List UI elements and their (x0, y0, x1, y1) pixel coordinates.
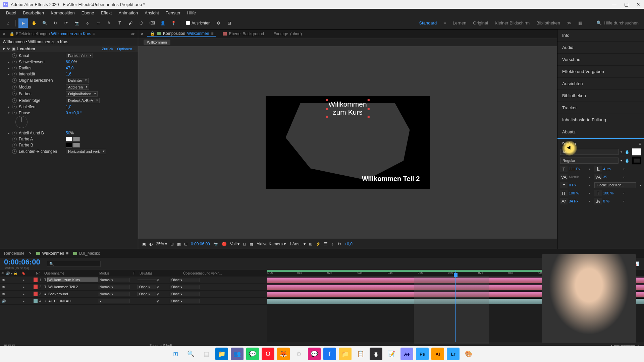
panel-ausrichten[interactable]: Ausrichten (557, 78, 644, 90)
fill-color-swatch[interactable] (632, 148, 641, 156)
taskbar-firefox-icon[interactable]: 🦊 (277, 348, 290, 360)
menu-fenster[interactable]: Fenster (162, 10, 184, 15)
footage-tab[interactable]: Footage (ohne) (271, 32, 305, 36)
hscale-value[interactable]: 100 % (603, 191, 622, 195)
taskbar-folder-icon[interactable]: 📁 (339, 348, 352, 360)
schleifen-value[interactable]: 1,0 (66, 105, 71, 109)
pen-tool[interactable]: ✎ (104, 18, 114, 28)
timeline-icon[interactable]: ☰ (324, 242, 328, 246)
guides-icon[interactable]: ⊡ (184, 242, 187, 246)
menu-komposition[interactable]: Komposition (47, 10, 78, 15)
font-style-dropdown[interactable]: Regular (560, 158, 619, 164)
anchor-tool[interactable]: ⊹ (83, 18, 92, 28)
effect-options[interactable]: Optionen... (117, 47, 135, 51)
tab-close-icon[interactable]: × (29, 251, 32, 256)
stroke-color-swatch[interactable] (632, 157, 641, 164)
taskbar-ps-icon[interactable]: Ps (416, 348, 429, 360)
proxy-icon[interactable]: ⊡ (225, 18, 234, 28)
taskbar-opera-icon[interactable]: O (262, 348, 274, 360)
panel-menu-icon[interactable]: ≡ (639, 141, 641, 146)
effect-visibility-icon[interactable]: ▣ (12, 47, 15, 51)
pixel-icon[interactable]: ⊞ (309, 242, 312, 246)
effect-header[interactable]: ▾ fx ▣ Leuchten Zurück Optionen... (0, 46, 138, 52)
hand-tool[interactable]: ✋ (29, 18, 39, 28)
panel-info[interactable]: Info (557, 29, 644, 42)
help-search[interactable]: 🔍 Hilfe durchsuchen (594, 19, 641, 27)
tsume-value[interactable]: 0 % (603, 199, 622, 203)
modus-dropdown[interactable]: Addieren (66, 84, 89, 90)
selection-tool[interactable]: ▶ (18, 18, 28, 28)
exposure-value[interactable]: +0,0 (344, 242, 353, 246)
workspace-original[interactable]: Original (473, 20, 488, 25)
stroke-eyedropper-icon[interactable]: 💧 (624, 158, 630, 164)
leading-value[interactable]: Auto (603, 167, 622, 171)
farben-dropdown[interactable]: Originalfarben (66, 91, 98, 97)
stroke-width-value[interactable]: 0 Px (569, 183, 588, 187)
zoom-tool[interactable]: 🔍 (40, 18, 49, 28)
view-dropdown[interactable]: 1 Ans... ▾ (289, 242, 306, 246)
twirl-icon[interactable]: ▾ (3, 47, 5, 51)
reihenfolge-dropdown[interactable]: Dreieck A>B>A (66, 98, 100, 103)
timeline-tab-mexiko[interactable]: DJI_Mexiko (73, 251, 100, 256)
stopwatch-icon[interactable] (12, 85, 17, 89)
layer-tab-background[interactable]: Ebene Background (220, 32, 267, 36)
phase-value[interactable]: 0 x+0,0 ° (66, 111, 82, 115)
taskbar-tasks-icon[interactable]: ▤ (200, 348, 213, 360)
rect-tool[interactable]: ▭ (94, 18, 103, 28)
res-icon[interactable]: ⊞ (170, 242, 174, 246)
effects-tab[interactable]: 🔒 Effekteinstellungen Willkommen zum Kur… (7, 32, 98, 36)
current-timecode[interactable]: 0:00:06:00 (4, 258, 40, 266)
grid-icon[interactable]: ▦ (177, 242, 181, 246)
panel-effekte[interactable]: Effekte und Vorgaben (557, 66, 644, 78)
schwellenwert-value[interactable]: 60,0% (66, 60, 77, 64)
taskbar-notepad-icon[interactable]: 📝 (385, 348, 398, 360)
timeline-search[interactable] (47, 261, 101, 267)
stopwatch-icon[interactable] (12, 53, 17, 58)
taskbar-search-icon[interactable]: 🔍 (184, 348, 197, 360)
menu-animation[interactable]: Animation (115, 10, 141, 15)
workspace-bibliotheken[interactable]: Bibliotheken (536, 20, 560, 25)
taskbar-messenger-icon[interactable]: 💬 (308, 348, 321, 360)
mask-icon[interactable]: ▣ (142, 242, 146, 246)
workspace-lernen[interactable]: Lernen (453, 20, 466, 25)
kerning-value[interactable]: Metrik (569, 175, 588, 179)
stopwatch-icon[interactable] (12, 92, 17, 96)
taskbar-explorer-icon[interactable]: 📁 (215, 348, 228, 360)
stamp-tool[interactable]: ⬡ (137, 18, 146, 28)
reset-exposure-icon[interactable]: ↻ (338, 242, 341, 246)
roi-icon[interactable]: ⊡ (243, 242, 246, 246)
taskbar-whatsapp-icon[interactable]: 💬 (246, 348, 259, 360)
rotate-tool[interactable]: ⟳ (61, 18, 71, 28)
workspace-menu-icon[interactable]: ▦ (578, 20, 582, 25)
eraser-tool[interactable]: ⌫ (147, 18, 157, 28)
panel-overflow-icon[interactable]: ≫ (131, 32, 135, 36)
taskbar-app3-icon[interactable]: 🎨 (462, 348, 475, 360)
snap-checkbox[interactable]: Ausrichten (186, 21, 211, 25)
taskbar-obs-icon[interactable]: ◉ (370, 348, 382, 360)
workspace-standard[interactable]: Standard (419, 20, 437, 25)
baseline-value[interactable]: 34 Px (569, 199, 588, 203)
taskbar-ae-icon[interactable]: Ae (400, 348, 413, 360)
comp-breadcrumb[interactable]: Willkommen (144, 40, 170, 45)
effect-reset[interactable]: Zurück (102, 47, 113, 51)
workspace-kleiner[interactable]: Kleiner Bildschirm (495, 20, 530, 25)
layer-row[interactable]: 👁 ▸ 3 ■ Background Normal ▾ Ohne ▾ ⊚ Ohn… (0, 291, 267, 298)
tab-close-icon[interactable]: × (141, 32, 143, 36)
taskbar-windows-icon[interactable]: ⊞ (169, 348, 182, 360)
channel-icon[interactable]: 🔴 (222, 242, 227, 246)
composition-viewer[interactable]: Willkommen zum Kurs Willkommen Teil 2 (138, 46, 557, 239)
text-layer-1[interactable]: Willkommen zum Kurs (328, 100, 367, 116)
camera-tool[interactable]: 📷 (72, 18, 82, 28)
timeline-tab-render[interactable]: Renderliste (4, 251, 24, 256)
menu-ansicht[interactable]: Ansicht (141, 10, 162, 15)
menu-ebene[interactable]: Ebene (78, 10, 98, 15)
intensitat-value[interactable]: 1,6 (66, 72, 71, 76)
roto-tool[interactable]: 👤 (158, 18, 167, 28)
farbe-b-picker[interactable] (73, 143, 80, 147)
brush-tool[interactable]: 🖌 (126, 18, 135, 28)
playhead[interactable] (455, 270, 456, 342)
taskbar-teams-icon[interactable]: 👥 (231, 348, 244, 360)
taskbar-facebook-icon[interactable]: f (323, 348, 336, 360)
font-size-value[interactable]: 111 Px (569, 167, 588, 171)
comp-tab-willkommen[interactable]: 🔒 Komposition Willkommen ≡ (147, 31, 216, 37)
